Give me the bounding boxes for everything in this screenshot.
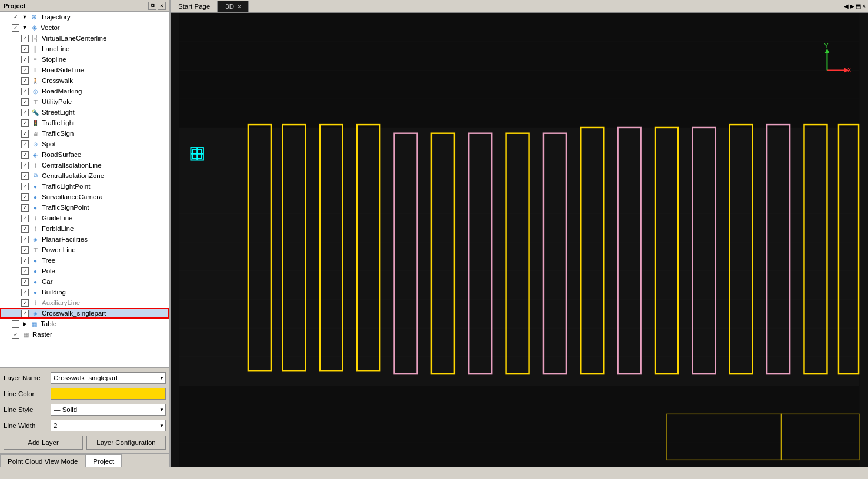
tree-item-roadsurface[interactable]: ◈ RoadSurface	[0, 149, 169, 160]
tab-3d[interactable]: 3D ×	[218, 1, 249, 12]
virtual-lane-label: VirtualLaneCenterline	[42, 35, 106, 42]
trajectory-label: Trajectory	[41, 14, 71, 21]
raster-label: Raster	[32, 331, 52, 338]
checkbox-auxiliaryline[interactable]	[21, 299, 29, 307]
tree-item-auxiliaryline[interactable]: ⌇ AuxiliaryLine	[0, 297, 169, 308]
checkbox-virtual-lane[interactable]	[21, 35, 29, 42]
checkbox-roadside[interactable]	[21, 66, 29, 74]
laneline-label: LaneLine	[42, 45, 69, 52]
planarfacilities-label: PlanarFacilities	[42, 236, 88, 243]
checkbox-car[interactable]	[21, 278, 29, 286]
tree-item-vector[interactable]: ▼ ◈ Vector	[0, 22, 169, 33]
tree-item-streetlight[interactable]: 🔦 StreetLight	[0, 107, 169, 118]
tree-item-tree[interactable]: ● Tree	[0, 255, 169, 266]
tree-item-crosswalk[interactable]: 🚶 Crosswalk	[0, 75, 169, 86]
tree-item-spot[interactable]: ⊙ Spot	[0, 139, 169, 149]
tree-item-crosswalk-single[interactable]: ◈ Crosswalk_singlepart	[0, 308, 169, 319]
tree-item-trafficsignpoint[interactable]: ● TrafficSignPoint	[0, 202, 169, 213]
tree-item-virtual-lane[interactable]: ╠╣ VirtualLaneCenterline	[0, 33, 169, 43]
checkbox-trafficsignpoint[interactable]	[21, 204, 29, 212]
checkbox-stopline[interactable]	[21, 56, 29, 63]
expand-vector[interactable]: ▼	[21, 24, 28, 31]
checkbox-pole[interactable]	[21, 267, 29, 275]
tree-item-centralisolationzone[interactable]: ⧉ CentralIsolationZone	[0, 170, 169, 181]
tree-item-table[interactable]: ▶ ▦ Table	[0, 319, 169, 329]
line-width-row: Line Width 2 ▼	[4, 419, 166, 432]
line-style-value[interactable]: — Solid ▼	[51, 404, 166, 416]
checkbox-roadsurface[interactable]	[21, 151, 29, 159]
checkbox-laneline[interactable]	[21, 45, 29, 53]
checkbox-surveillance[interactable]	[21, 193, 29, 201]
checkbox-building[interactable]	[21, 289, 29, 296]
tree-item-planarfacilities[interactable]: ◈ PlanarFacilities	[0, 234, 169, 244]
tree-item-trafficlight[interactable]: 🚦 TrafficLight	[0, 118, 169, 128]
tree-icon: ●	[31, 256, 40, 265]
line-width-value[interactable]: 2 ▼	[51, 420, 166, 431]
checkbox-forbidline[interactable]	[21, 225, 29, 233]
checkbox-roadmarking[interactable]	[21, 88, 29, 95]
checkbox-trafficlight[interactable]	[21, 119, 29, 127]
checkbox-trafficsign[interactable]	[21, 130, 29, 138]
surveillance-icon: ●	[31, 192, 40, 202]
streetlight-icon: 🔦	[31, 108, 40, 117]
action-buttons: Add Layer Layer Configuration	[4, 436, 166, 450]
viewport-canvas[interactable]: X Y	[171, 13, 868, 467]
tree-item-trajectory[interactable]: ▼ ⊕ Trajectory	[0, 12, 169, 22]
checkbox-powerline[interactable]	[21, 246, 29, 254]
checkbox-centralisolationzone[interactable]	[21, 172, 29, 180]
checkbox-spot[interactable]	[21, 140, 29, 148]
close-viewport-icon[interactable]: ×	[862, 3, 866, 9]
tree-item-forbidline[interactable]: ⌇ ForbidLine	[0, 223, 169, 234]
powerline-label: Power Line	[42, 246, 76, 253]
layer-name-value[interactable]: Crosswalk_singlepart ▼	[51, 372, 166, 384]
line-color-value[interactable]	[51, 388, 166, 400]
maximize-icon[interactable]: ⬒	[856, 3, 861, 9]
layer-config-button[interactable]: Layer Configuration	[86, 436, 166, 450]
tree-item-pole[interactable]: ● Pole	[0, 266, 169, 276]
tree-item-roadmarking[interactable]: ◎ RoadMarking	[0, 86, 169, 96]
tree-item-surveillance[interactable]: ● SurveillanceCamera	[0, 192, 169, 202]
checkbox-table[interactable]	[12, 320, 19, 328]
layer-tree[interactable]: ▼ ⊕ Trajectory ▼ ◈ Vector ╠╣ VirtualLane…	[0, 12, 169, 367]
tree-item-trafficsign[interactable]: 🖥 TrafficSign	[0, 128, 169, 139]
checkbox-centralisolationline[interactable]	[21, 162, 29, 169]
tab-point-cloud[interactable]: Point Cloud View Mode	[0, 454, 85, 467]
tree-item-laneline[interactable]: ║ LaneLine	[0, 43, 169, 54]
tree-item-stopline[interactable]: ≡ Stopline	[0, 54, 169, 65]
expand-table[interactable]: ▶	[21, 320, 28, 327]
tab-start-page[interactable]: Start Page	[171, 1, 218, 12]
panel-restore-btn[interactable]: ⧉	[148, 2, 156, 10]
tree-item-centralisolationline[interactable]: ⌇ CentralIsolationLine	[0, 160, 169, 170]
tab-scroll-arrows[interactable]: ◀ ▶ ⬒ ×	[842, 1, 868, 12]
tree-item-roadside[interactable]: ⦀ RoadSideLine	[0, 65, 169, 75]
tree-item-trafficlightpoint[interactable]: ● TrafficLightPoint	[0, 181, 169, 192]
checkbox-vector[interactable]	[12, 24, 19, 32]
checkbox-guideline[interactable]	[21, 215, 29, 222]
tree-item-powerline[interactable]: ⊤ Power Line	[0, 244, 169, 255]
auxiliaryline-label: AuxiliaryLine	[42, 299, 80, 306]
add-layer-button[interactable]: Add Layer	[4, 436, 83, 450]
checkbox-crosswalk-single[interactable]	[21, 310, 29, 317]
checkbox-raster[interactable]	[12, 331, 19, 339]
checkbox-streetlight[interactable]	[21, 109, 29, 116]
checkbox-tree[interactable]	[21, 257, 29, 264]
panel-title-bar: Project ⧉ ×	[0, 0, 169, 12]
tree-item-car[interactable]: ● Car	[0, 276, 169, 287]
checkbox-crosswalk[interactable]	[21, 77, 29, 85]
panel-close-btn[interactable]: ×	[158, 2, 166, 10]
planarfacilities-icon: ◈	[31, 235, 40, 244]
tree-item-raster[interactable]: ▦ Raster	[0, 329, 169, 340]
tree-item-utilitypole[interactable]: ⊤ UtilityPole	[0, 96, 169, 107]
tree-item-building[interactable]: ● Building	[0, 287, 169, 297]
tree-item-guideline[interactable]: ⌇ GuideLine	[0, 213, 169, 223]
checkbox-utilitypole[interactable]	[21, 98, 29, 106]
checkbox-planarfacilities[interactable]	[21, 236, 29, 243]
arrow-right-icon[interactable]: ▶	[850, 3, 854, 9]
tab-3d-close[interactable]: ×	[238, 4, 241, 10]
expand-trajectory[interactable]: ▼	[21, 14, 28, 21]
centralisolationline-label: CentralIsolationLine	[42, 162, 102, 169]
arrow-left-icon[interactable]: ◀	[844, 3, 849, 9]
tab-project[interactable]: Project	[85, 454, 122, 467]
checkbox-trajectory[interactable]	[12, 14, 19, 21]
checkbox-trafficlightpoint[interactable]	[21, 183, 29, 190]
